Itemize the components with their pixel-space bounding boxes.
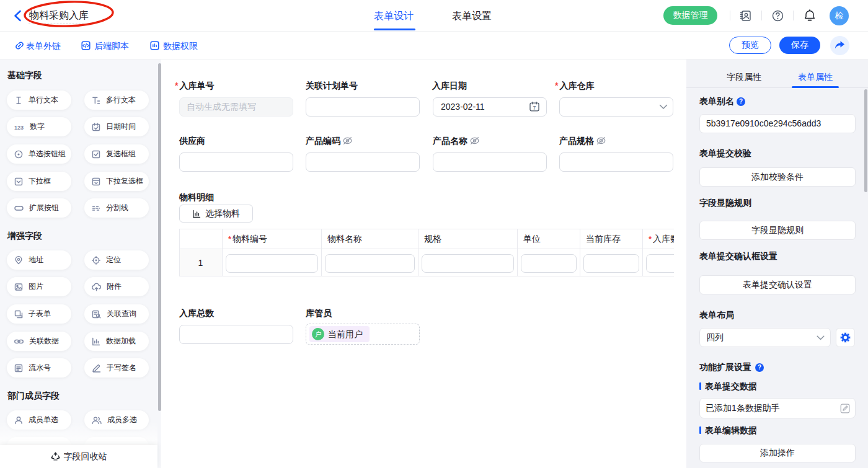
svg-text:7: 7 bbox=[533, 105, 536, 111]
svg-text:123: 123 bbox=[14, 125, 24, 131]
